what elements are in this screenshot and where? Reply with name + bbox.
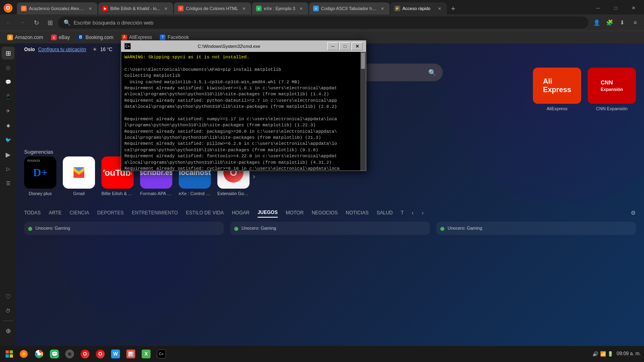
opera2-taskbar-icon: O <box>96 350 105 358</box>
browser-actions: 👤 🧩 ⬇ ≡ <box>591 17 641 28</box>
quick-item-disney[interactable]: Anuncio D+ Disney plus <box>24 156 56 196</box>
start-button[interactable] <box>3 348 15 360</box>
address-bar[interactable]: 🔍 Escribir búsqueda o dirección web <box>58 16 588 29</box>
extensions-icon[interactable]: 🧩 <box>604 17 615 28</box>
bookmark-ebay[interactable]: e eBay <box>48 33 73 41</box>
tab-close-5[interactable]: ✕ <box>379 5 386 12</box>
news-item-3[interactable]: Unocero: Gaming <box>436 222 636 235</box>
large-item-cnn[interactable]: CNNExpansión CNN Expansión <box>588 68 636 111</box>
browser-tab-5[interactable]: A Codigo ASCII Tabulador ho... ✕ <box>309 2 390 14</box>
news-cat-arte[interactable]: ARTE <box>49 208 62 217</box>
tab-close-1[interactable]: ✕ <box>87 5 93 12</box>
reload-button[interactable]: ↻ <box>31 17 42 28</box>
large-items-container: AliExpress AliExpress CNNExpansión CNN E… <box>533 68 636 111</box>
sidebar-add[interactable]: ⊕ <box>2 324 14 337</box>
taskbar-other1[interactable]: ⊕ <box>63 348 76 360</box>
taskbar-cmd[interactable]: C> <box>155 348 168 360</box>
browser-tab-6[interactable]: ⚡ Acceso rápido ✕ <box>390 2 447 14</box>
bookmark-amazon[interactable]: a Amazon.com <box>4 33 46 41</box>
taskbar-tray: 🔊 📶 🔋 09:09 a. m. <box>592 351 641 357</box>
tab-close-4[interactable]: ✕ <box>298 5 304 12</box>
sidebar-history[interactable]: ☰ <box>2 177 14 190</box>
tab-close-2[interactable]: ✕ <box>163 5 169 12</box>
configure-location-link[interactable]: Configura tu ubicación <box>38 47 86 52</box>
tab-close-6[interactable]: ✕ <box>436 5 443 12</box>
search-submit-icon[interactable]: 🔍 <box>428 69 436 76</box>
news-cat-noticias[interactable]: NOTICIAS <box>346 208 369 217</box>
browser-tab-2[interactable]: ▶ Billie Eilish & Khalid - lo... ✕ <box>98 2 173 14</box>
other2-taskbar-icon: 📊 <box>126 350 135 358</box>
taskbar-excel[interactable]: X <box>139 348 153 360</box>
taskbar-opera[interactable]: O <box>78 348 92 360</box>
sidebar-instagram[interactable]: ◆ <box>2 119 14 132</box>
news-cat-settings-icon[interactable]: ⚙ <box>631 210 636 216</box>
taskbar-other2[interactable]: 📊 <box>124 348 138 360</box>
svg-rect-3 <box>10 350 13 354</box>
news-cat-motor[interactable]: MOTOR <box>286 208 303 217</box>
browser-tab-3[interactable]: # Códigos de Colores HTML ✕ <box>174 2 251 14</box>
suggestions-next-chevron[interactable]: › <box>250 172 258 181</box>
minimize-button[interactable]: ─ <box>589 2 607 14</box>
opera-logo: O <box>4 4 12 12</box>
taskbar-opera2[interactable]: O <box>93 348 107 360</box>
back-button[interactable]: ← <box>3 17 14 28</box>
tray-icons: 🔊 📶 🔋 <box>592 351 613 357</box>
news-cat-juegos[interactable]: JUEGOS <box>258 208 278 218</box>
sidebar-speed-dial[interactable]: ⊞ <box>2 47 14 60</box>
browser-tab-1[interactable]: O Acaztenco Gonzalez Alexis... ✕ <box>17 2 97 14</box>
taskbar-word[interactable]: W <box>109 348 122 360</box>
amazon-favicon: a <box>7 35 13 40</box>
cmd-warning-text: WARNING: Skipping spyci as it is not ins… <box>124 55 249 60</box>
news-cat-salud[interactable]: SALUD <box>377 208 393 217</box>
cmd-window-buttons: ─ □ ✕ <box>327 42 363 50</box>
download-icon[interactable]: ⬇ <box>617 17 628 28</box>
cmd-window: C> C:\Windows\System32\cmd.exe ─ □ ✕ WAR… <box>121 40 366 171</box>
large-item-aliexpress[interactable]: AliExpress AliExpress <box>533 68 581 111</box>
home-button[interactable]: ⊞ <box>44 17 56 28</box>
taskbar-chrome[interactable] <box>32 348 46 360</box>
disney-icon: Anuncio D+ <box>24 156 56 189</box>
news-cat-t[interactable]: T <box>401 208 404 217</box>
cmd-scrollbar[interactable] <box>360 52 366 171</box>
cmd-close-button[interactable]: ✕ <box>351 42 363 50</box>
sidebar-messenger[interactable]: 💬 <box>2 76 14 88</box>
news-cat-next-chevron[interactable]: › <box>422 210 424 216</box>
sidebar-player[interactable]: ▷ <box>2 162 14 175</box>
forward-button[interactable]: → <box>17 17 28 28</box>
taskbar-whatsapp[interactable]: 💬 <box>47 348 61 360</box>
temperature-label: 16 °C <box>100 47 112 52</box>
taskbar-firefox[interactable] <box>17 348 31 360</box>
cmd-minimize-button[interactable]: ─ <box>327 42 339 50</box>
bookmark-booking[interactable]: B Booking.com <box>74 33 116 41</box>
sidebar-telegram[interactable]: ✈ <box>2 105 14 117</box>
tab-title-6: Acceso rápido <box>402 6 434 11</box>
cmd-title-icon: C> <box>124 43 131 49</box>
profile-icon[interactable]: 👤 <box>591 17 602 28</box>
sidebar-videos[interactable]: ▶ <box>2 148 14 161</box>
sidebar-twitter[interactable]: 🐦 <box>2 134 14 146</box>
close-button[interactable]: ✕ <box>625 2 642 14</box>
tab-favicon-2: ▶ <box>102 6 108 11</box>
maximize-button[interactable]: □ <box>607 2 625 14</box>
news-dot-1 <box>28 227 32 231</box>
left-sidebar: ⊞ ☆ 💬 📱 ✈ ◆ 🐦 ▶ ▷ ☰ ♡ ⏱ ⊕ <box>0 43 16 362</box>
news-cat-prev-chevron[interactable]: ‹ <box>412 210 414 216</box>
news-item-2[interactable]: Unocero: Gaming <box>230 222 430 235</box>
new-tab-button[interactable]: + <box>448 3 459 14</box>
news-cat-hogar[interactable]: HOGAR <box>232 208 250 217</box>
sidebar-recent[interactable]: ⏱ <box>2 304 14 317</box>
cmd-scrollbar-thumb[interactable] <box>361 53 365 69</box>
sidebar-favorites[interactable]: ♡ <box>2 290 14 303</box>
sidebar-whatsapp[interactable]: 📱 <box>2 90 14 103</box>
news-cat-todas[interactable]: TODAS <box>24 208 41 217</box>
sidebar-bookmarks[interactable]: ☆ <box>2 61 14 74</box>
news-cat-negocios[interactable]: NEGOCIOS <box>312 208 338 217</box>
cmd-maximize-button[interactable]: □ <box>339 42 351 50</box>
menu-icon[interactable]: ≡ <box>630 17 641 28</box>
address-text: Escribir búsqueda o dirección web <box>74 20 583 26</box>
tab-close-3[interactable]: ✕ <box>241 5 247 12</box>
tab-favicon-5: A <box>313 6 319 11</box>
facebook-favicon: f <box>160 35 165 40</box>
browser-tab-4[interactable]: e eXe : Ejemplo 3 ✕ <box>252 2 308 14</box>
anuncio-badge: Anuncio <box>26 158 41 163</box>
